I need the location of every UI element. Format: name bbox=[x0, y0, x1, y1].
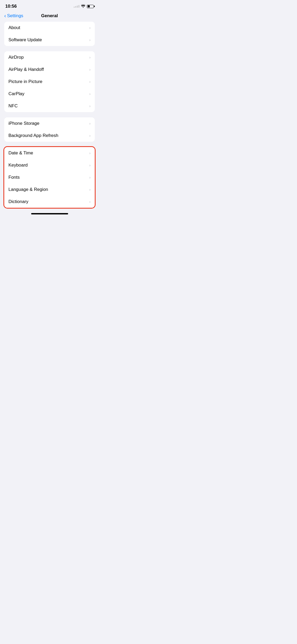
iphone-storage-row[interactable]: iPhone Storage › bbox=[4, 117, 95, 130]
back-label: Settings bbox=[7, 13, 23, 19]
nav-bar: ‹ Settings General bbox=[0, 11, 99, 22]
status-time: 10:56 bbox=[5, 4, 17, 9]
fonts-label: Fonts bbox=[8, 175, 20, 180]
software-update-label: Software Update bbox=[8, 37, 42, 43]
chevron-icon: › bbox=[89, 80, 91, 84]
chevron-icon: › bbox=[89, 121, 91, 126]
airdrop-label: AirDrop bbox=[8, 55, 24, 60]
chevron-icon: › bbox=[89, 92, 91, 96]
section-language: Date & Time › Keyboard › Fonts › Languag… bbox=[4, 147, 95, 208]
chevron-icon: › bbox=[89, 163, 91, 167]
about-row[interactable]: About › bbox=[4, 22, 95, 34]
picture-in-picture-row[interactable]: Picture in Picture › bbox=[4, 76, 95, 88]
chevron-icon: › bbox=[89, 134, 91, 138]
language-region-label: Language & Region bbox=[8, 187, 48, 192]
dictionary-label: Dictionary bbox=[8, 199, 29, 204]
fonts-row[interactable]: Fonts › bbox=[4, 171, 95, 183]
chevron-icon: › bbox=[89, 104, 91, 108]
carplay-label: CarPlay bbox=[8, 91, 24, 96]
date-time-row[interactable]: Date & Time › bbox=[4, 147, 95, 159]
wifi-icon bbox=[81, 4, 85, 8]
airplay-handoff-label: AirPlay & Handoff bbox=[8, 67, 44, 72]
chevron-icon: › bbox=[89, 26, 91, 30]
home-indicator bbox=[31, 213, 68, 214]
section-connectivity: AirDrop › AirPlay & Handoff › Picture in… bbox=[4, 51, 95, 112]
background-app-refresh-label: Background App Refresh bbox=[8, 133, 58, 138]
chevron-icon: › bbox=[89, 175, 91, 180]
nfc-row[interactable]: NFC › bbox=[4, 100, 95, 112]
carplay-row[interactable]: CarPlay › bbox=[4, 88, 95, 100]
chevron-icon: › bbox=[89, 67, 91, 72]
chevron-icon: › bbox=[89, 200, 91, 204]
back-chevron-icon: ‹ bbox=[4, 13, 6, 19]
dictionary-row[interactable]: Dictionary › bbox=[4, 196, 95, 208]
software-update-row[interactable]: Software Update › bbox=[4, 34, 95, 46]
keyboard-row[interactable]: Keyboard › bbox=[4, 159, 95, 171]
status-bar: 10:56 bbox=[0, 0, 99, 11]
status-icons bbox=[74, 4, 94, 8]
about-label: About bbox=[8, 25, 20, 30]
airplay-handoff-row[interactable]: AirPlay & Handoff › bbox=[4, 63, 95, 76]
chevron-icon: › bbox=[89, 187, 91, 192]
airdrop-row[interactable]: AirDrop › bbox=[4, 51, 95, 63]
chevron-icon: › bbox=[89, 55, 91, 59]
back-button[interactable]: ‹ Settings bbox=[4, 13, 23, 19]
chevron-icon: › bbox=[89, 151, 91, 155]
keyboard-label: Keyboard bbox=[8, 163, 28, 168]
page-title: General bbox=[41, 13, 58, 19]
nfc-label: NFC bbox=[8, 103, 18, 109]
chevron-icon: › bbox=[89, 38, 91, 42]
iphone-storage-label: iPhone Storage bbox=[8, 121, 39, 126]
section-storage: iPhone Storage › Background App Refresh … bbox=[4, 117, 95, 142]
signal-icon bbox=[74, 5, 79, 8]
background-app-refresh-row[interactable]: Background App Refresh › bbox=[4, 130, 95, 142]
battery-icon bbox=[87, 5, 94, 8]
date-time-label: Date & Time bbox=[8, 150, 33, 156]
picture-in-picture-label: Picture in Picture bbox=[8, 79, 43, 84]
section-top: About › Software Update › bbox=[4, 22, 95, 46]
language-region-row[interactable]: Language & Region › bbox=[4, 183, 95, 196]
